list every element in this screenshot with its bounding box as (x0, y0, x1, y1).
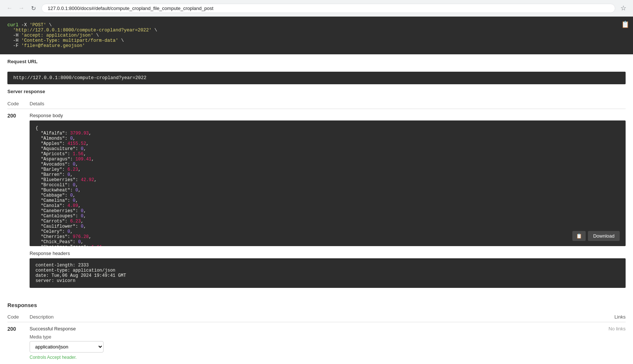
resp-code: 200 (7, 322, 30, 364)
url-text: 127.0.0.1:8000/docs#/default/compute_cro… (48, 6, 213, 11)
curl-line-1: curl -X 'POST' \ (7, 23, 626, 28)
rb-line-12: "Broccoli": 0, (35, 183, 620, 188)
curl-line-4: -H 'Content-Type: multipart/form-data' \ (7, 38, 626, 43)
resp-links-header: Links (514, 312, 626, 322)
response-table: Code Details 200 Response body { "Alfalf… (7, 99, 626, 292)
rb-line-9: "Barley": 6.23, (35, 167, 620, 172)
rb-line-18: "Cantaloupes": 0, (35, 214, 620, 219)
body-copy-button[interactable]: 📋 (572, 231, 586, 241)
rb-line-3: "Almonds": 0, (35, 136, 620, 141)
successful-response-label: Successful Response (30, 326, 514, 331)
page-content: curl -X 'POST' \ 'http://127.0.0.1:8000/… (0, 17, 633, 364)
details-header: Details (30, 99, 626, 109)
bookmark-button[interactable]: ☆ (618, 3, 629, 13)
curl-line-2: 'http://127.0.0.1:8000/compute-cropland?… (7, 28, 626, 33)
server-response-section: Server response Code Details 200 Respons… (0, 84, 633, 296)
response-body-label: Response body (30, 113, 626, 118)
rh-line-4: server: uvicorn (35, 278, 620, 283)
address-bar[interactable]: 127.0.0.1:8000/docs#/default/compute_cro… (41, 4, 615, 13)
request-url-label: Request URL (7, 59, 626, 64)
rb-line-2: "Alfalfa": 3799.93, (35, 131, 620, 136)
back-button[interactable]: ← (4, 3, 15, 13)
code-header: Code (7, 99, 30, 109)
download-button[interactable]: Download (588, 231, 620, 241)
body-actions: 📋 Download (35, 229, 620, 241)
table-row: 200 Response body { "Alfalfa": 3799.93, … (7, 109, 626, 292)
forward-button[interactable]: → (16, 3, 27, 13)
nav-buttons: ← → ↻ (4, 3, 38, 13)
rh-line-3: date: Tue,06 Aug 2024 19:49:41 GMT (35, 273, 620, 278)
request-url-block: http://127.0.0.1:8000/compute-cropland?y… (7, 72, 626, 84)
responses-section-label: Responses (7, 302, 626, 308)
request-url-value: http://127.0.0.1:8000/compute-cropland?y… (13, 75, 146, 81)
rb-line-16: "Canola": 4.89, (35, 203, 620, 208)
rb-line-4: "Apples": 4155.52, (35, 141, 620, 146)
rb-line-5: "Aquaculture": 0, (35, 146, 620, 152)
rb-line-11: "Blueberries": 42.92, (35, 177, 620, 183)
browser-chrome: ← → ↻ 127.0.0.1:8000/docs#/default/compu… (0, 0, 633, 17)
curl-line-5: -F 'file=@feature.geojson' (7, 43, 626, 48)
curl-block: curl -X 'POST' \ 'http://127.0.0.1:8000/… (0, 17, 633, 54)
curl-copy-icon[interactable]: 📋 (621, 20, 629, 28)
response-headers-label: Response headers (30, 251, 626, 256)
rb-line-13: "Buckwheat": 0, (35, 188, 620, 193)
rb-line-24: "Christmas_Trees": 1.11, (35, 245, 620, 246)
rb-line-7: "Asparagus": 109.41, (35, 157, 620, 162)
resp-desc-header: Description (30, 312, 514, 322)
response-headers-block: content-length: 2333 content-type: appli… (30, 258, 626, 288)
rh-line-2: content-type: application/json (35, 268, 620, 273)
rb-line-17: "Caneberries": 0, (35, 208, 620, 214)
resp-desc-cell: Successful Response Media type applicati… (30, 322, 514, 364)
rb-line-6: "Apricots": 1.56, (35, 152, 620, 157)
rb-line-15: "Camelina": 0, (35, 198, 620, 203)
rb-line-14: "Cabbage": 0, (35, 193, 620, 198)
request-url-section: Request URL (0, 54, 633, 72)
table-row: 200 Successful Response Media type appli… (7, 322, 626, 364)
media-type-select[interactable]: application/json (30, 341, 104, 353)
resp-links-cell: No links (514, 322, 626, 364)
response-body-block: { "Alfalfa": 3799.93, "Almonds": 0, "App… (30, 120, 626, 246)
response-code: 200 (7, 109, 30, 292)
rb-line-20: "Cauliflower": 0, (35, 224, 620, 229)
controls-text: Controls Accept header. (30, 355, 514, 360)
resp-code-header: Code (7, 312, 30, 322)
reload-button[interactable]: ↻ (28, 3, 38, 13)
media-type-label: Media type (30, 334, 514, 340)
rb-line-8: "Avocados": 0, (35, 162, 620, 167)
rh-line-1: content-length: 2333 (35, 263, 620, 268)
rb-line-10: "Barren": 0, (35, 172, 620, 177)
response-details: Response body { "Alfalfa": 3799.93, "Alm… (30, 109, 626, 292)
curl-line-3: -H 'accept: application/json' \ (7, 33, 626, 38)
responses-section: Responses Code Description Links 200 Suc… (0, 296, 633, 364)
rb-line-19: "Carrots": 6.23, (35, 219, 620, 224)
server-response-label: Server response (7, 89, 626, 94)
responses-table: Code Description Links 200 Successful Re… (7, 312, 626, 364)
rb-line-1: { (35, 126, 620, 131)
